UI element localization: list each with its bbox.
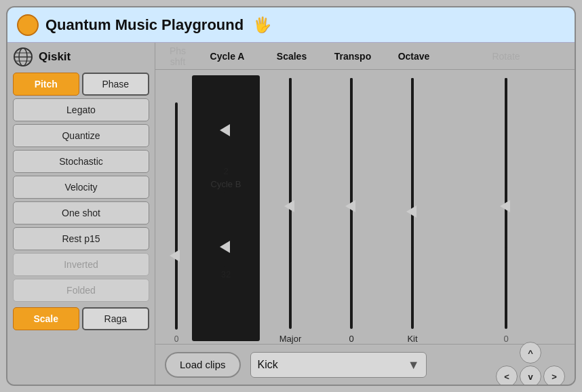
column-headers: Phs shft Cycle A Scales Transpo Octave R… — [155, 43, 575, 70]
title-dot — [17, 14, 39, 36]
scales-column: Major — [260, 73, 321, 344]
app-title: Quantum Music Playground — [45, 16, 244, 34]
phase-button[interactable]: Phase — [82, 73, 150, 96]
scales-thumb[interactable] — [284, 200, 294, 212]
phs-shft-track — [175, 102, 178, 330]
scales-value: Major — [279, 334, 302, 344]
title-bar: Quantum Music Playground 🖐 — [7, 7, 575, 43]
nav-bar: Qiskit — [13, 47, 149, 67]
phs-shft-column: 0 — [161, 73, 192, 344]
cycle-a-value: 2 — [223, 166, 228, 176]
scale-raga-row: Scale Raga — [13, 307, 149, 330]
one-shot-button[interactable]: One shot — [13, 201, 149, 224]
pitch-button[interactable]: Pitch — [13, 73, 79, 96]
header-rotate: Rotate — [444, 51, 568, 62]
cycle-a-section: 2 Cycle B 32 — [192, 75, 260, 341]
cycle-a-thumb[interactable] — [220, 124, 230, 136]
nav-cluster: ^ < v > — [496, 342, 565, 385]
cycle-b-value: 32 — [221, 269, 231, 279]
octave-track — [411, 78, 414, 329]
scale-button[interactable]: Scale — [13, 307, 79, 330]
legato-button[interactable]: Legato — [13, 98, 149, 121]
transpo-track — [350, 78, 353, 329]
kick-dropdown[interactable]: Kick — [250, 352, 427, 378]
nav-right-button[interactable]: > — [543, 366, 565, 385]
rest-p15-button[interactable]: Rest p15 — [13, 227, 149, 250]
header-phs-shft: Phs shft — [162, 45, 193, 67]
quantize-button[interactable]: Quantize — [13, 124, 149, 147]
scales-track — [289, 78, 292, 329]
left-panel: Qiskit Pitch Phase Legato Quantize Stoch… — [7, 43, 155, 385]
cycle-a-track — [225, 75, 227, 163]
header-scales: Scales — [261, 51, 322, 62]
header-transpo: Transpo — [322, 51, 383, 62]
octave-value: Kit — [407, 334, 417, 344]
nav-up-button[interactable]: ^ — [520, 342, 541, 364]
sliders-area: 0 2 Cycle B — [155, 70, 575, 344]
transpo-value: 0 — [349, 334, 353, 344]
nav-left-button[interactable]: < — [496, 366, 518, 385]
rotate-thumb[interactable] — [500, 200, 510, 212]
load-clips-button[interactable]: Load clips — [165, 352, 241, 378]
main-area: Qiskit Pitch Phase Legato Quantize Stoch… — [7, 43, 575, 385]
transpo-column: 0 — [321, 73, 382, 344]
hand-icon: 🖐 — [253, 16, 271, 34]
cycle-b-thumb[interactable] — [220, 241, 230, 253]
inverted-button[interactable]: Inverted — [13, 253, 149, 276]
main-window: Quantum Music Playground 🖐 Qiskit Pitch … — [6, 6, 576, 386]
cycle-ab-column: 2 Cycle B 32 — [192, 73, 260, 344]
stochastic-button[interactable]: Stochastic — [13, 150, 149, 173]
nav-down-button[interactable]: v — [520, 366, 541, 385]
bottom-controls: Load clips Kick ▼ ^ < v > — [155, 344, 575, 385]
globe-icon — [13, 47, 33, 67]
cycle-b-label: Cycle B — [211, 179, 241, 189]
rotate-track — [505, 78, 507, 329]
octave-thumb[interactable] — [406, 205, 416, 218]
brand-name: Qiskit — [39, 50, 71, 64]
folded-button[interactable]: Folded — [13, 279, 149, 302]
right-panel: Phs shft Cycle A Scales Transpo Octave R… — [155, 43, 575, 385]
header-cycle-a: Cycle A — [193, 51, 261, 62]
pitch-phase-row: Pitch Phase — [13, 73, 149, 96]
rotate-column: 0 — [443, 73, 569, 344]
raga-button[interactable]: Raga — [82, 307, 150, 330]
octave-column: Kit — [382, 73, 443, 344]
header-octave: Octave — [383, 51, 444, 62]
phs-shft-value: 0 — [174, 334, 179, 344]
transpo-thumb[interactable] — [345, 200, 355, 212]
phs-shft-thumb[interactable] — [170, 250, 180, 262]
dropdown-wrapper: Kick ▼ — [250, 352, 427, 378]
velocity-button[interactable]: Velocity — [13, 176, 149, 199]
